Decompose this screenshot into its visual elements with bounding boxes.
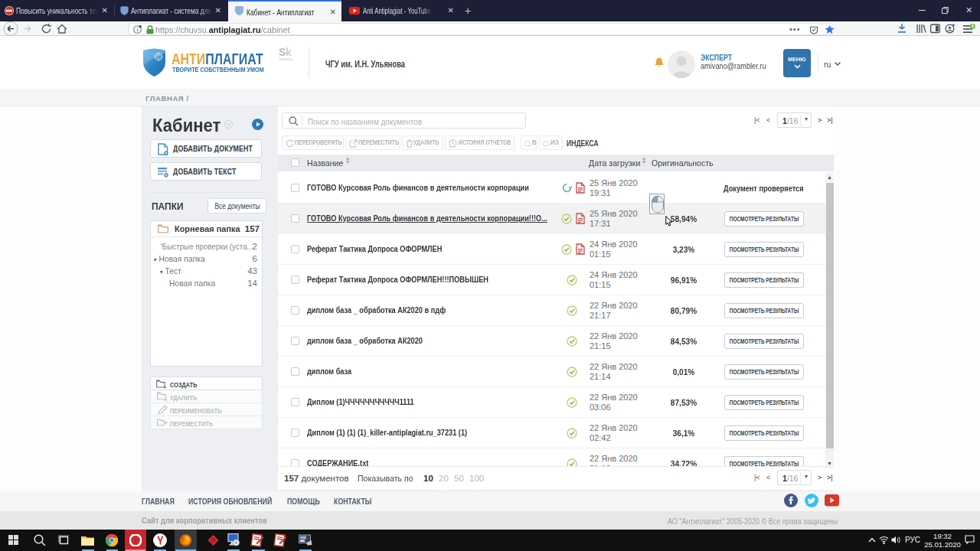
svg-text:©: © bbox=[156, 54, 161, 60]
